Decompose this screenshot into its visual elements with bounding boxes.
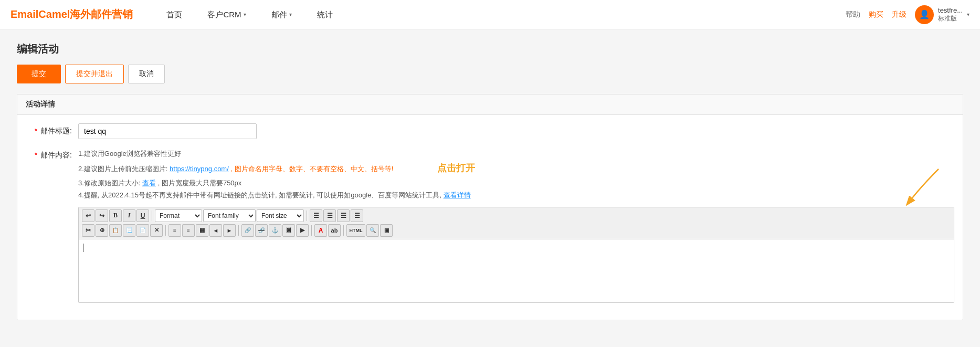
click-open-text: 点击打开 [437, 163, 475, 173]
align-right-button[interactable]: ☰ [337, 209, 350, 222]
font-family-select[interactable]: Font family Arial Times New Roman Verdan… [203, 209, 256, 222]
submit-exit-button[interactable]: 提交并退出 [65, 65, 124, 83]
copy-button[interactable]: ⊕ [96, 224, 108, 237]
paste-button[interactable]: 📋 [109, 224, 122, 237]
clean-button[interactable]: ✕ [150, 224, 163, 237]
info-lines: 1.建议用Google浏览器兼容性更好 2.建议图片上传前先压缩图片: http… [78, 148, 954, 202]
ordered-list-button[interactable]: ≡ [182, 224, 195, 237]
separator-1 [152, 211, 152, 221]
nav-items: 首页 客户CRM ▾ 邮件 ▾ 统计 [154, 0, 846, 29]
info-line-3: 3.修改原始图片大小: 查看 , 图片宽度最大只需要750px [78, 177, 954, 189]
underline-button[interactable]: U [136, 209, 149, 222]
html-button[interactable]: HTML [346, 224, 365, 237]
format-select[interactable]: Format Paragraph Heading 1 Heading 2 [155, 209, 202, 222]
tinypng-link[interactable]: https://tinypng.com/ [170, 165, 229, 173]
info-line-4: 4.提醒, 从2022.4.15号起不再支持邮件中带有网址链接的点击统计, 如需… [78, 189, 954, 201]
detail-link[interactable]: 查看详情 [444, 191, 471, 199]
nav-buy[interactable]: 购买 [869, 10, 883, 19]
edition-label: 标准版 [938, 14, 963, 23]
info-line-2: 2.建议图片上传前先压缩图片: https://tinypng.com/ , 图… [78, 160, 954, 176]
toolbar-row-1: ↩ ↪ B I U Format Paragraph Heading 1 [82, 209, 951, 222]
annotation-arrow [881, 169, 944, 201]
content-label: * 邮件内容: [26, 148, 78, 160]
paste-plain-button[interactable]: 📃 [123, 224, 135, 237]
email-content-area: 1.建议用Google浏览器兼容性更好 2.建议图片上传前先压缩图片: http… [78, 148, 954, 303]
page-title: 编辑活动 [17, 42, 963, 56]
editor-wrapper: ↩ ↪ B I U Format Paragraph Heading 1 [78, 207, 954, 303]
table-button[interactable]: ▦ [196, 224, 208, 237]
source-button[interactable]: ▣ [380, 224, 393, 237]
paste-word-button[interactable]: 📄 [136, 224, 149, 237]
nav-home[interactable]: 首页 [154, 0, 195, 29]
image-button[interactable]: 🖼 [282, 224, 295, 237]
content-row: * 邮件内容: 1.建议用Google浏览器兼容性更好 2.建议图片上传前先压缩… [26, 148, 954, 303]
avatar: 👤 [915, 5, 934, 24]
submit-button[interactable]: 提交 [17, 65, 61, 83]
chevron-down-icon: ▾ [289, 0, 292, 29]
logo: EmailCamel海外邮件营销 [10, 7, 133, 22]
indent-out-button[interactable]: ◄ [209, 224, 222, 237]
media-button[interactable]: ▶ [296, 224, 309, 237]
user-chevron-icon: ▾ [967, 12, 970, 17]
redo-button[interactable]: ↪ [96, 209, 108, 222]
link-button[interactable]: 🔗 [241, 224, 254, 237]
separator-2 [307, 211, 307, 221]
chevron-down-icon: ▾ [244, 0, 246, 29]
separator-4 [238, 225, 239, 236]
anchor-button[interactable]: ⚓ [269, 224, 281, 237]
action-bar: 提交 提交并退出 取消 [17, 65, 963, 83]
cancel-button[interactable]: 取消 [128, 65, 165, 83]
nav-mail[interactable]: 邮件 ▾ [259, 0, 304, 29]
view-link[interactable]: 查看 [142, 179, 156, 187]
unlink-button[interactable]: 🔗 [255, 224, 268, 237]
separator-3 [165, 225, 166, 236]
font-color-button[interactable]: A [314, 224, 327, 237]
top-navigation: EmailCamel海外邮件营销 首页 客户CRM ▾ 邮件 ▾ 统计 帮助 购… [0, 0, 980, 29]
toolbar-row-2: ✂ ⊕ 📋 📃 📄 ✕ ≡ ≡ ▦ ◄ [82, 224, 951, 237]
nav-help[interactable]: 帮助 [846, 10, 860, 19]
nav-crm[interactable]: 客户CRM ▾ [195, 0, 258, 29]
font-size-select[interactable]: Font size 8pt 10pt 12pt 14pt [257, 209, 304, 222]
separator-6 [343, 225, 344, 236]
activity-card: 活动详情 * 邮件标题: * 邮件内容: 1.建议用Google浏览器兼容性更好 [17, 94, 963, 320]
editor-toolbar: ↩ ↪ B I U Format Paragraph Heading 1 [79, 207, 954, 239]
align-center-button[interactable]: ☰ [323, 209, 336, 222]
required-star: * [35, 127, 37, 135]
highlight-button[interactable]: ab [328, 224, 341, 237]
nav-stats[interactable]: 统计 [304, 0, 345, 29]
page-content: 编辑活动 提交 提交并退出 取消 活动详情 * 邮件标题: * 邮件内容: [0, 29, 980, 347]
italic-button[interactable]: I [123, 209, 135, 222]
info-line-1: 1.建议用Google浏览器兼容性更好 [78, 148, 954, 160]
subject-label: * 邮件标题: [26, 123, 78, 136]
username: testfre... [938, 6, 963, 14]
subject-row: * 邮件标题: [26, 123, 954, 139]
nav-user[interactable]: 👤 testfre... 标准版 ▾ [915, 5, 970, 24]
align-justify-button[interactable]: ☰ [351, 209, 363, 222]
card-body: * 邮件标题: * 邮件内容: 1.建议用Google浏览器兼容性更好 2.建议… [17, 115, 963, 320]
card-header: 活动详情 [17, 94, 963, 115]
undo-button[interactable]: ↩ [82, 209, 94, 222]
editor-cursor [83, 244, 83, 252]
unordered-list-button[interactable]: ≡ [168, 224, 181, 237]
cut-button[interactable]: ✂ [82, 224, 94, 237]
align-left-button[interactable]: ☰ [310, 209, 322, 222]
nav-upgrade[interactable]: 升级 [892, 10, 907, 19]
separator-5 [311, 225, 312, 236]
indent-in-button[interactable]: ► [223, 224, 236, 237]
nav-right: 帮助 购买 升级 👤 testfre... 标准版 ▾ [846, 5, 970, 24]
preview-button[interactable]: 🔍 [366, 224, 379, 237]
editor-body[interactable] [79, 239, 954, 302]
required-star2: * [35, 151, 37, 159]
subject-input[interactable] [78, 123, 257, 139]
bold-button[interactable]: B [109, 209, 122, 222]
